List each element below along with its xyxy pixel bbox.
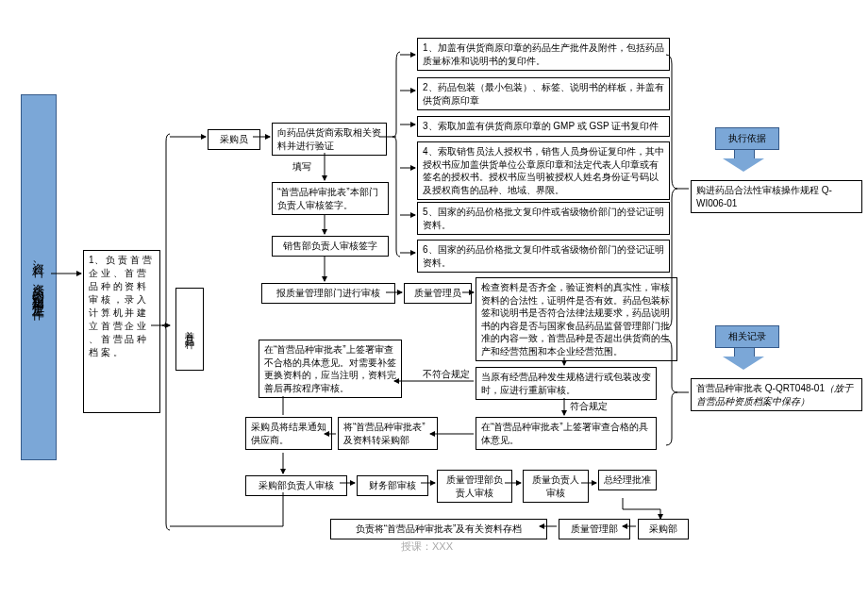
doc6: 6、国家的药品价格批文复印件或省级物价部门的登记证明资料。 <box>417 240 670 273</box>
node-notify: 采购员将结果通知供应商。 <box>245 417 332 450</box>
node-quality-head: 质量负责人审核 <box>523 470 589 503</box>
side-basis-text: 购进药品合法性审核操作规程 Q-WI006-01 <box>691 180 862 213</box>
role-purchaser: 采购员 <box>208 129 260 150</box>
node-check: 检查资料是否齐全，验证资料的真实性，审核资料的合法性，证明件是否有效。药品包装标… <box>476 277 677 361</box>
node-archive: 负责将“首营品种审批表”及有关资料存档 <box>330 519 547 539</box>
node-change: 当原有经营品种发生规格进行或包装改变时，应进行重新审核。 <box>476 367 657 400</box>
role-qm-dept: 质量管理部 <box>559 519 630 539</box>
arrow-record-icon <box>723 347 764 370</box>
side-record-title: 相关记录 <box>715 325 779 348</box>
side-record-text1: 首营品种审批表 Q-QRT048-01 <box>696 383 825 393</box>
main-title: 资料、资质的审核和检查工作 <box>21 94 57 460</box>
arrow-basis-icon <box>723 149 764 172</box>
doc5: 5、国家的药品价格批文复印件或省级物价部门的登记证明资料。 <box>417 202 670 235</box>
node-request: 向药品供货商索取相关资料并进行验证 <box>272 123 387 156</box>
label-fill: 填写 <box>292 160 311 174</box>
watermark: 授课：XXX <box>401 539 453 554</box>
node-report-qm: 报质量管理部门进行审核 <box>261 283 395 304</box>
doc3: 3、索取加盖有供货商原印章的 GMP 或 GSP 证书复印件 <box>417 116 670 137</box>
doc4: 4、索取销售员法人授权书，销售人员身份证复印件，其中授权书应加盖供货单位公章原印… <box>417 141 670 200</box>
side-record-box: 首营品种审批表 Q-QRT048-01（放于首营品种资质档案中保存） <box>691 378 862 411</box>
node-purchase-head: 采购部负责人审核 <box>245 475 347 496</box>
side-basis-title: 执行依据 <box>715 127 779 150</box>
node-sales-sign: 销售部负责人审核签字 <box>272 236 389 257</box>
doc2: 2、药品包装（最小包装）、标签、说明书的样板，并盖有供货商原印章 <box>417 77 670 110</box>
doc1: 1、加盖有供货商原印章的药品生产批件及附件，包括药品质量标准和说明书的复印件。 <box>417 38 670 71</box>
role-qm: 质量管理员 <box>404 283 472 304</box>
label-ng: 不符合规定 <box>423 368 470 381</box>
role-purchase-dept: 采购部 <box>638 519 689 539</box>
node-sign-ng: 在“首营品种审批表”上签署审查不合格的具体意见。对需要补签更换资料的，应当注明，… <box>259 340 402 398</box>
step1-box: 1、 负 责 首 营 企 业 、 首 营 品 种 的 资 料 审 核 ， 录 入… <box>83 250 160 413</box>
node-qm-head: 质量管理部负责人审核 <box>437 470 512 503</box>
node-finance: 财务部审核 <box>357 475 428 496</box>
node-gm: 总经理批准 <box>598 470 657 490</box>
node-form: “首营品种审批表”本部门负责人审核签字。 <box>272 182 389 215</box>
label-ok: 符合规定 <box>570 400 608 413</box>
node-transfer: 将“首营品种审批表”及资料转采购部 <box>338 417 438 450</box>
node-sign-ok: 在“首营品种审批表”上签署审查合格的具体意见。 <box>476 417 657 450</box>
category-box: 首营品种 <box>175 288 204 371</box>
